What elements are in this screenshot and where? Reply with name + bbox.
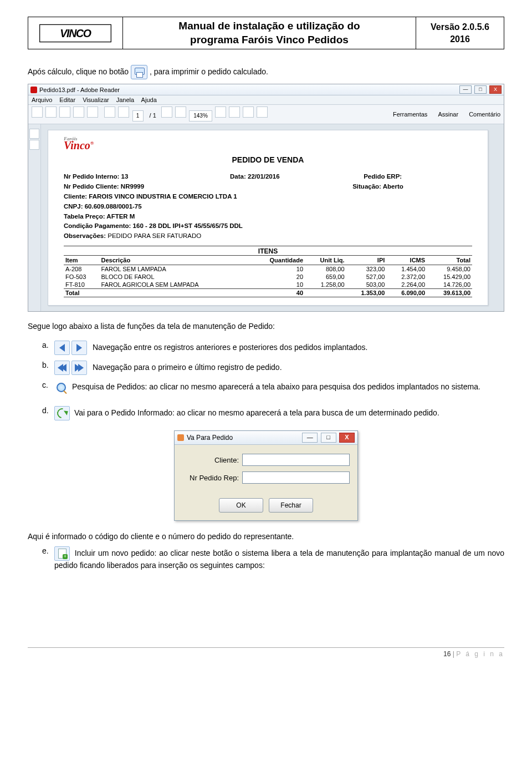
col-unit: Unit Liq. bbox=[305, 256, 346, 265]
window-title: Pedido13.pdf - Adobe Reader bbox=[39, 87, 120, 93]
function-list-cont: e. + Incluir um novo pedido: ao clicar n… bbox=[42, 546, 504, 570]
table-row: FT-810FAROL AGRICOLA SEM LAMPADA 101.258… bbox=[64, 281, 472, 289]
menu-visualizar[interactable]: Visualizar bbox=[83, 97, 109, 103]
window-controls: — □ X bbox=[458, 85, 502, 94]
last-record-icon bbox=[71, 361, 87, 375]
f-data: Data: 22/01/2016 bbox=[230, 173, 280, 180]
col-item: Item bbox=[64, 256, 100, 265]
pdf-page: Faróis Vinco® PEDIDO DE VENDA Nr Pedido … bbox=[48, 130, 488, 306]
tool-icon[interactable] bbox=[59, 106, 70, 118]
tool-icon[interactable] bbox=[175, 106, 186, 118]
table-row: FO-503BLOCO DE FAROL 20659,00 527,002.37… bbox=[64, 273, 472, 281]
title-line1: Manual de instalação e utilização do bbox=[127, 19, 411, 33]
pdf-fields: Nr Pedido Interno: 13 Data: 22/01/2016 P… bbox=[64, 172, 472, 241]
tool-icon[interactable] bbox=[45, 106, 57, 118]
window-titlebar: Pedido13.pdf - Adobe Reader — □ X bbox=[28, 84, 504, 95]
pdf-icon bbox=[30, 87, 37, 93]
col-total: Total bbox=[427, 256, 472, 265]
tab-assinar[interactable]: Assinar bbox=[438, 111, 458, 118]
dialog-icon bbox=[177, 434, 184, 441]
tool-icon[interactable] bbox=[243, 106, 254, 118]
menu-bar: Arquivo Editar Visualizar Janela Ajuda bbox=[28, 95, 504, 105]
pdf-logo: Faróis Vinco® bbox=[64, 136, 472, 152]
tool-icon[interactable] bbox=[87, 106, 98, 118]
label-cliente: Cliente: bbox=[182, 456, 242, 464]
intro-line: Após cálculo, clique no botão , para imp… bbox=[28, 65, 504, 79]
intro-after: , para imprimir o pedido calculado. bbox=[150, 67, 268, 76]
doc-title: Manual de instalação e utilização do pro… bbox=[123, 17, 416, 49]
tool-icon[interactable] bbox=[161, 106, 172, 118]
search-icon bbox=[54, 381, 68, 394]
goto-icon bbox=[54, 406, 70, 420]
items-table: Item Descrição Quantidade Unit Liq. IPI … bbox=[64, 255, 472, 297]
side-icon[interactable] bbox=[29, 140, 39, 150]
title-line2: programa Faróis Vinco Pedidos bbox=[127, 33, 411, 47]
item-c-text: Pesquisa de Pedidos: ao clicar no mesmo … bbox=[72, 382, 480, 391]
menu-janela[interactable]: Janela bbox=[116, 97, 134, 103]
f-cnpj: CNPJ: 60.609.088/0001-75 bbox=[64, 203, 142, 210]
tool-icon[interactable] bbox=[118, 106, 129, 118]
page-total: / 1 bbox=[150, 112, 156, 122]
next-record-icon bbox=[71, 341, 87, 355]
tool-icon[interactable] bbox=[32, 106, 43, 118]
col-qt: Quantidade bbox=[250, 256, 305, 265]
close-icon[interactable]: X bbox=[489, 85, 502, 94]
input-nr-pedido[interactable] bbox=[242, 471, 350, 484]
col-icms: ICMS bbox=[386, 256, 427, 265]
f-pedido-int: Nr Pedido Interno: 13 bbox=[64, 173, 128, 180]
side-icon[interactable] bbox=[29, 129, 39, 139]
dialog-minimize-icon[interactable]: — bbox=[302, 433, 318, 443]
menu-ajuda[interactable]: Ajuda bbox=[141, 97, 157, 103]
item-d: d. Vai para o Pedido Informado: ao clica… bbox=[42, 406, 504, 420]
dialog-close-icon[interactable]: X bbox=[339, 433, 355, 443]
item-c: c. Pesquisa de Pedidos: ao clicar no mes… bbox=[42, 381, 504, 394]
pdf-logo-text: Vinco bbox=[64, 139, 90, 151]
prev-record-icon bbox=[54, 341, 70, 355]
first-record-icon bbox=[54, 361, 70, 375]
toolbar-icons: 1 / 1 143% bbox=[32, 106, 269, 122]
tool-icon[interactable] bbox=[104, 106, 115, 118]
page-current[interactable]: 1 bbox=[132, 110, 144, 121]
f-cond: Condição Pagamento: 160 - 28 DDL IPI+ST … bbox=[64, 222, 243, 229]
list-heading: Segue logo abaixo a lista de funções da … bbox=[28, 322, 504, 331]
tool-icon[interactable] bbox=[229, 106, 240, 118]
pdf-title: PEDIDO DE VENDA bbox=[64, 155, 472, 164]
version-box: Versão 2.0.5.6 2016 bbox=[416, 17, 504, 49]
item-b-text: Navegação para o primeiro e último regis… bbox=[93, 363, 282, 372]
label-nr-pedido: Nr Pedido Rep: bbox=[182, 474, 242, 482]
f-obs-text: PEDIDO PARA SER FATURADO bbox=[108, 232, 201, 239]
table-row: A-208FAROL SEM LAMPADA 10808,00 323,001.… bbox=[64, 265, 472, 273]
minimize-icon[interactable]: — bbox=[459, 85, 472, 94]
dialog-maximize-icon[interactable]: □ bbox=[321, 433, 336, 443]
ok-button[interactable]: OK bbox=[219, 498, 263, 513]
menu-editar[interactable]: Editar bbox=[59, 97, 75, 103]
toolbar-right-tabs: Ferramentas Assinar Comentário bbox=[384, 111, 500, 118]
version-text: Versão 2.0.5.6 bbox=[418, 21, 502, 33]
fechar-button[interactable]: Fechar bbox=[269, 498, 313, 513]
tool-icon[interactable] bbox=[215, 106, 226, 118]
dialog-titlebar: Va Para Pedido — □ X bbox=[175, 431, 357, 445]
pdf-preview-window: Pedido13.pdf - Adobe Reader — □ X Arquiv… bbox=[28, 84, 504, 312]
zoom-level[interactable]: 143% bbox=[189, 110, 212, 121]
dialog-title: Va Para Pedido bbox=[187, 434, 233, 442]
tab-ferramentas[interactable]: Ferramentas bbox=[393, 111, 427, 118]
itens-heading: ITENS bbox=[64, 246, 472, 255]
page-number: 16 bbox=[443, 650, 451, 658]
item-e-text: Incluir um novo pedido: ao clicar neste … bbox=[54, 549, 504, 570]
page-footer: 16 | P á g i n a bbox=[28, 647, 504, 658]
f-situacao: Situação: Aberto bbox=[352, 183, 403, 190]
pdf-logo-sub: Faróis bbox=[64, 136, 472, 141]
col-ipi: IPI bbox=[346, 256, 387, 265]
f-cliente: Cliente: FAROIS VINCO INDUSTRIA E COMERC… bbox=[64, 193, 237, 200]
side-panel bbox=[28, 124, 41, 311]
tab-comentario[interactable]: Comentário bbox=[469, 111, 500, 118]
svg-text:VINCO: VINCO bbox=[60, 27, 91, 39]
menu-arquivo[interactable]: Arquivo bbox=[32, 97, 52, 103]
maximize-icon[interactable]: □ bbox=[474, 85, 487, 94]
tool-icon[interactable] bbox=[257, 106, 268, 118]
item-e: e. + Incluir um novo pedido: ao clicar n… bbox=[42, 546, 504, 570]
tool-icon[interactable] bbox=[73, 106, 84, 118]
printer-icon bbox=[131, 65, 147, 79]
input-cliente[interactable] bbox=[242, 454, 350, 466]
item-a: a. Navegação entre os registros anterior… bbox=[42, 341, 504, 355]
